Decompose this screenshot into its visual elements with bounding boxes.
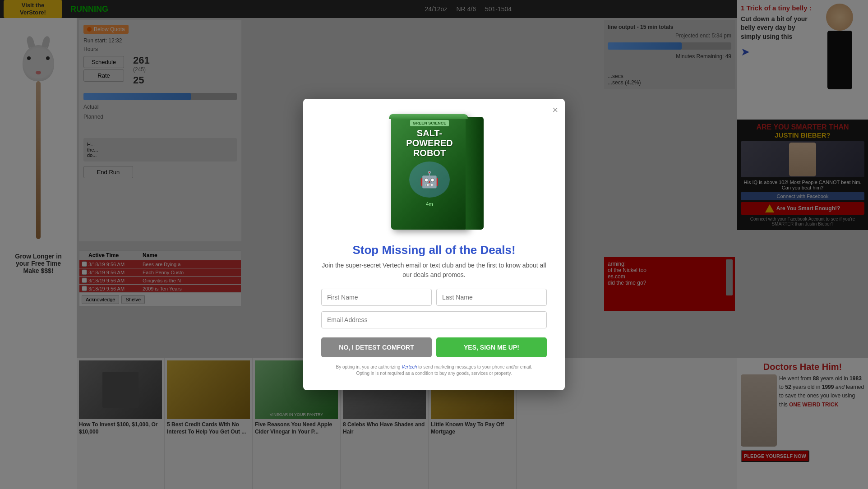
product-title-big: SALT-POWEREDROBOT bbox=[395, 128, 464, 158]
product-box-side bbox=[466, 117, 484, 230]
product-box-front: GREEN SCIENCE SALT-POWEREDROBOT 🤖 4m bbox=[391, 115, 468, 230]
last-name-input[interactable] bbox=[436, 289, 547, 306]
yes-button[interactable]: YES, SIGN ME UP! bbox=[436, 337, 547, 357]
modal-dialog: × GREEN SCIENCE SALT-POWEREDROBOT 🤖 4m bbox=[303, 99, 565, 390]
modal-disclaimer: By opting in, you are authorizing Vertec… bbox=[321, 364, 547, 377]
modal-subtitle: Join the super-secret Vertech email or t… bbox=[321, 261, 547, 280]
product-box-content: GREEN SCIENCE SALT-POWEREDROBOT 🤖 4m bbox=[391, 115, 468, 210]
modal-close-button[interactable]: × bbox=[552, 104, 558, 116]
robot-emoji: 🤖 bbox=[409, 161, 450, 198]
name-form-row bbox=[321, 289, 547, 306]
no-button[interactable]: NO, I DETEST COMFORT bbox=[321, 337, 432, 357]
product-label-small: GREEN SCIENCE bbox=[410, 120, 449, 126]
vertech-brand: Vertech bbox=[402, 364, 417, 369]
modal-title: Stop Missing all of the Deals! bbox=[321, 243, 547, 257]
modal-overlay: × GREEN SCIENCE SALT-POWEREDROBOT 🤖 4m bbox=[0, 0, 868, 489]
email-input[interactable] bbox=[321, 311, 547, 328]
modal-product-image: GREEN SCIENCE SALT-POWEREDROBOT 🤖 4m bbox=[384, 112, 484, 239]
product-subtitle: 4m bbox=[395, 201, 464, 207]
product-box-top bbox=[389, 114, 468, 119]
modal-btn-row: NO, I DETEST COMFORT YES, SIGN ME UP! bbox=[321, 337, 547, 357]
first-name-input[interactable] bbox=[321, 289, 432, 306]
